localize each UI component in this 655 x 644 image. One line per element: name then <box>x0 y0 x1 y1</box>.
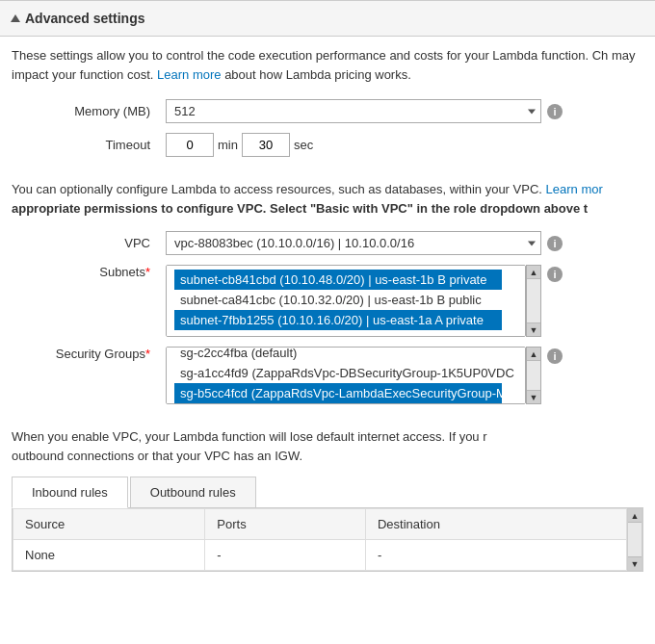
vpc-info-icon[interactable]: i <box>547 236 563 251</box>
vpc-notice-text2: outbound connections or that your VPC ha… <box>12 449 302 463</box>
ports-header: Ports <box>205 509 366 540</box>
vpc-bold-text: appropriate permissions to configure VPC… <box>12 201 588 216</box>
learn-more-link[interactable]: Learn more <box>157 67 221 82</box>
rules-table: Source Ports Destination None - - <box>13 508 627 571</box>
security-groups-select[interactable]: sg-c2cc4fba (default) sg-a1cc4fd9 (Zappa… <box>166 347 526 404</box>
vpc-description: You can optionally configure Lambda to a… <box>0 172 655 225</box>
timeout-label: Timeout <box>12 138 166 152</box>
memory-select-wrapper: 512 <box>166 99 541 123</box>
timeout-controls: min sec <box>166 133 313 157</box>
tab-inbound-rules[interactable]: Inbound rules <box>12 477 128 508</box>
rules-table-wrapper: Source Ports Destination None - - ▲ ▼ <box>13 508 642 571</box>
collapse-icon <box>11 14 20 22</box>
memory-label: Memory (MB) <box>12 104 166 118</box>
row-destination: - <box>365 540 626 571</box>
table-row: None - - <box>13 540 627 571</box>
row-ports: - <box>205 540 366 571</box>
vpc-label: VPC <box>12 236 166 250</box>
subnets-scroll-up[interactable]: ▲ <box>527 266 540 279</box>
subnets-label: Subnets <box>12 265 166 279</box>
description-text-before: These settings allow you to control the … <box>12 48 608 63</box>
vpc-select[interactable]: vpc-88083bec (10.10.0.0/16) | 10.10.0.0/… <box>166 231 541 255</box>
description-section: These settings allow you to control the … <box>0 37 655 93</box>
vpc-text-before: You can optionally configure Lambda to a… <box>12 182 542 196</box>
sg-scroll-up[interactable]: ▲ <box>527 348 540 361</box>
description-text-after: about how Lambda pricing works. <box>224 67 411 82</box>
row-source: None <box>13 540 205 571</box>
vpc-select-wrapper: vpc-88083bec (10.10.0.0/16) | 10.10.0.0/… <box>166 231 541 255</box>
rules-scrollbar: ▲ ▼ <box>627 508 642 571</box>
vpc-section: VPC vpc-88083bec (10.10.0.0/16) | 10.10.… <box>0 225 655 420</box>
memory-info-icon[interactable]: i <box>547 104 563 119</box>
sg-scroll-down[interactable]: ▼ <box>527 390 540 403</box>
section-title: Advanced settings <box>25 11 144 26</box>
timeout-sec-label: sec <box>294 138 313 152</box>
vpc-learn-more-link[interactable]: Learn mor <box>546 182 603 196</box>
tab-outbound-rules[interactable]: Outbound rules <box>130 477 256 507</box>
security-groups-label: Security Groups <box>12 347 166 361</box>
vpc-notice: When you enable VPC, your Lambda functio… <box>0 420 655 469</box>
advanced-settings-toggle[interactable]: Advanced settings <box>0 0 655 37</box>
source-header: Source <box>13 509 205 540</box>
timeout-sec-input[interactable] <box>242 133 290 157</box>
rules-scroll-up[interactable]: ▲ <box>628 509 642 523</box>
subnets-scroll-down[interactable]: ▼ <box>527 322 540 336</box>
timeout-min-label: min <box>218 138 238 152</box>
rules-tabs-container: Inbound rules Outbound rules Source Port… <box>12 477 643 572</box>
tabs-header: Inbound rules Outbound rules <box>12 477 643 508</box>
tab-content: Source Ports Destination None - - ▲ ▼ <box>12 508 643 572</box>
memory-select[interactable]: 512 <box>166 99 541 123</box>
subnets-scrollbar: ▲ ▼ <box>526 265 541 337</box>
subnets-select[interactable]: subnet-cb841cbd (10.10.48.0/20) | us-eas… <box>166 265 526 337</box>
vpc-notice-text1: When you enable VPC, your Lambda functio… <box>12 429 487 444</box>
timeout-min-input[interactable] <box>166 133 214 157</box>
rules-scroll-down[interactable]: ▼ <box>628 556 642 570</box>
security-groups-scrollbar: ▲ ▼ <box>526 347 541 404</box>
sg-info-icon[interactable]: i <box>547 348 563 364</box>
subnets-info-icon[interactable]: i <box>547 267 563 282</box>
memory-section: Memory (MB) 512 i Timeout min sec <box>0 93 655 172</box>
destination-header: Destination <box>365 509 626 540</box>
